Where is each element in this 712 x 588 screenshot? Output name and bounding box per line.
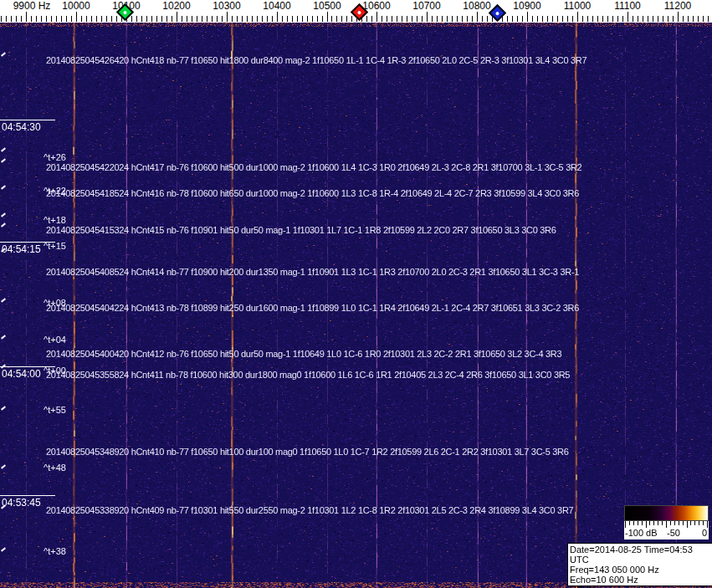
- ruler-tick: [267, 16, 268, 22]
- marker-center-dot: [495, 11, 500, 16]
- freq-label: 11200: [664, 0, 691, 12]
- freq-label: 11100: [614, 0, 641, 12]
- ruler-tick: [477, 12, 478, 22]
- legend-tick: [670, 521, 671, 525]
- ruler-tick: [237, 16, 238, 22]
- ruler-tick: [587, 16, 588, 22]
- ruler-tick: [472, 16, 473, 22]
- ruler-tick: [532, 16, 533, 22]
- ruler-tick: [402, 16, 402, 22]
- ruler-tick: [547, 16, 548, 22]
- ruler-tick: [96, 16, 97, 22]
- event-log-line: 20140825045348920 hCnt410 nb-77 f10650 h…: [46, 447, 569, 457]
- ruler-tick: [412, 16, 412, 22]
- ruler-tick: [693, 16, 694, 22]
- marker-center-dot: [123, 10, 128, 15]
- ruler-tick: [56, 16, 57, 22]
- ruler-tick: [382, 16, 382, 22]
- ruler-tick: [151, 16, 152, 22]
- event-log-line: 20140825045415324 hCnt415 nb-76 f10901 h…: [46, 225, 556, 235]
- ruler-tick: [392, 16, 392, 22]
- ruler-tick: [683, 16, 684, 22]
- spectrogram-app: 9900 Hz 10000 10100 10200 10300 10400 10…: [0, 0, 712, 588]
- info-echo: Echo=10 600 Hz: [570, 575, 711, 585]
- ruler-tick: [643, 16, 643, 22]
- ruler-tick: [346, 16, 347, 22]
- ruler-tick: [272, 16, 273, 22]
- ruler-tick: [482, 16, 483, 22]
- legend-tick: [679, 521, 679, 525]
- legend-tick: [690, 521, 691, 525]
- ruler-tick: [192, 16, 192, 22]
- ruler-tick: [116, 16, 117, 22]
- ruler-tick: [262, 16, 263, 22]
- freq-label: 10200: [162, 0, 190, 12]
- ruler-tick: [1, 16, 2, 22]
- ruler-tick: [297, 16, 298, 22]
- ruler-tick: [397, 16, 397, 22]
- ruler-tick: [212, 16, 213, 22]
- db-scale-labels: -100 dB -50 0: [624, 529, 709, 539]
- ruler-tick: [11, 16, 12, 22]
- ruler-tick: [207, 16, 207, 22]
- ruler-tick: [517, 16, 518, 22]
- ruler-tick: [136, 16, 137, 22]
- event-log-line: 20140825045404224 hCnt413 nb-78 f10899 h…: [46, 303, 579, 313]
- ruler-tick: [156, 16, 157, 22]
- ruler-tick: [467, 16, 468, 22]
- db-min-label: -100 dB: [625, 528, 658, 538]
- ruler-tick: [227, 12, 228, 22]
- ruler-tick: [76, 12, 77, 22]
- ruler-tick: [106, 16, 107, 22]
- info-station: HPHK: [570, 585, 711, 588]
- legend-tick: [625, 521, 626, 528]
- ruler-tick: [161, 16, 162, 22]
- ruler-tick: [567, 16, 568, 22]
- ruler-tick: [26, 12, 27, 22]
- ruler-tick: [407, 16, 407, 22]
- ruler-tick: [663, 16, 663, 22]
- db-max-label: 0: [702, 528, 707, 538]
- ruler-tick: [287, 16, 288, 22]
- blue-diamond-marker-icon[interactable]: [489, 4, 506, 22]
- ruler-tick: [187, 16, 187, 22]
- ruler-tick: [317, 16, 318, 22]
- ruler-tick: [457, 16, 458, 22]
- ruler-tick: [597, 16, 598, 22]
- ruler-tick: [592, 16, 593, 22]
- ruler-tick: [217, 16, 218, 22]
- ruler-tick: [432, 16, 433, 22]
- ruler-tick: [602, 16, 603, 22]
- relative-time-mark: ^t+48: [44, 463, 66, 473]
- ruler-tick: [292, 16, 293, 22]
- legend-tick: [629, 521, 630, 525]
- ruler-tick: [182, 16, 182, 22]
- legend-tick: [649, 521, 650, 525]
- ruler-tick: [708, 16, 709, 22]
- ruler-tick: [552, 16, 553, 22]
- ruler-tick: [322, 16, 323, 22]
- legend-tick: [642, 521, 643, 525]
- freq-label: 10500: [313, 0, 341, 12]
- ruler-tick: [146, 16, 147, 22]
- freq-label: 10000: [62, 0, 90, 12]
- ruler-tick: [612, 16, 613, 22]
- legend-tick: [687, 521, 688, 528]
- freq-label: 10800: [463, 0, 490, 12]
- freq-label: 10300: [213, 0, 240, 12]
- db-mid-label: -50: [667, 528, 680, 538]
- ruler-tick: [131, 16, 132, 22]
- ruler-tick: [442, 16, 443, 22]
- ruler-tick: [622, 16, 623, 22]
- freq-label: 10400: [263, 0, 290, 12]
- ruler-tick: [252, 16, 253, 22]
- freq-label: 10900: [513, 0, 540, 12]
- ruler-tick: [16, 16, 17, 22]
- relative-time-mark: ^t+04: [44, 335, 66, 345]
- info-frequency: Freq=143 050 000 Hz: [570, 565, 711, 575]
- event-log-line: 20140825045426420 hCnt418 nb-77 f10650 h…: [46, 55, 587, 65]
- ruler-tick: [627, 12, 628, 22]
- legend-tick: [707, 521, 708, 528]
- ruler-tick: [81, 16, 82, 22]
- ruler-tick: [562, 16, 563, 22]
